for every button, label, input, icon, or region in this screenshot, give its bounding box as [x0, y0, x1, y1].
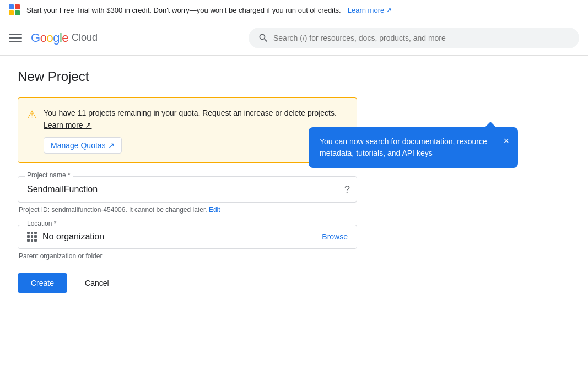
search-icon [258, 32, 269, 43]
warning-icon: ⚠ [27, 108, 37, 121]
manage-quotas-button[interactable]: Manage Quotas ↗ [44, 137, 122, 154]
location-field-group: Location * No organization Browse Parent… [18, 225, 357, 260]
search-bar[interactable] [249, 28, 579, 48]
quota-warning-banner: ⚠ You have 11 projects remaining in your… [18, 97, 357, 163]
help-icon[interactable]: ? [344, 183, 350, 195]
external-link-icon2: ↗ [85, 121, 91, 129]
tooltip-text: You can now search for documentation, re… [320, 137, 487, 157]
warning-text: You have 11 projects remaining in your q… [44, 107, 348, 132]
project-name-label: Project name * [25, 171, 73, 179]
project-name-wrapper: Project name * ? [18, 176, 357, 203]
location-wrapper: Location * No organization Browse [18, 225, 357, 249]
browse-button[interactable]: Browse [322, 232, 348, 241]
product-name: Cloud [72, 32, 98, 43]
project-id-edit-link[interactable]: Edit [209, 206, 220, 214]
create-button[interactable]: Create [18, 273, 67, 293]
logo: Google Cloud [31, 31, 98, 45]
apps-grid-icon [9, 4, 20, 15]
learn-more-link[interactable]: Learn more ↗ [348, 6, 392, 14]
search-input[interactable] [273, 34, 570, 42]
page-content: New Project You can now search for docum… [0, 56, 375, 306]
warning-content: You have 11 projects remaining in your q… [44, 107, 348, 154]
quota-learn-more-link[interactable]: Learn more ↗ [44, 121, 91, 129]
location-label: Location * [25, 220, 58, 227]
cancel-button[interactable]: Cancel [76, 273, 118, 293]
external-link-icon: ↗ [386, 6, 392, 14]
banner-text: Start your Free Trial with $300 in credi… [26, 6, 341, 14]
organization-grid-icon [27, 232, 37, 242]
header: Google Cloud [0, 20, 588, 56]
external-link-icon3: ↗ [108, 141, 115, 150]
project-name-field-group: Project name * ? Project ID: sendmailfun… [18, 176, 357, 214]
location-value: No organization [42, 232, 316, 242]
google-logo-text: Google [31, 31, 68, 45]
action-buttons: Create Cancel [18, 273, 357, 293]
tooltip-close-button[interactable]: × [501, 134, 511, 148]
top-banner: Start your Free Trial with $300 in credi… [0, 0, 588, 20]
menu-button[interactable] [9, 31, 22, 45]
location-field-inner: No organization Browse [18, 225, 357, 248]
project-id-line: Project ID: sendmailfunction-454006. It … [19, 206, 357, 214]
location-helper-text: Parent organization or folder [19, 252, 357, 260]
page-title: New Project [18, 69, 357, 84]
search-tooltip: You can now search for documentation, re… [309, 127, 518, 168]
project-name-input[interactable] [18, 177, 357, 202]
